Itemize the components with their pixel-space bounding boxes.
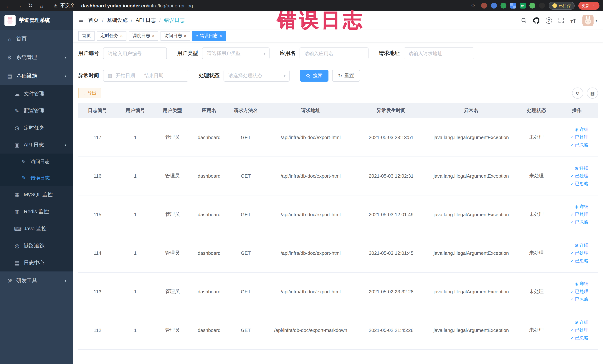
detail-link[interactable]: ◉详细 bbox=[575, 281, 588, 287]
github-icon[interactable] bbox=[533, 17, 539, 23]
check-icon: ✓ bbox=[570, 143, 574, 147]
sidebar-item-mysql-monitor[interactable]: ▦ MySQL 监控 bbox=[0, 186, 73, 203]
ignored-link[interactable]: ✓已忽略 bbox=[570, 335, 588, 341]
sidebar-item-label: 首页 bbox=[16, 35, 27, 42]
reset-button[interactable]: ↻ 重置 bbox=[332, 70, 360, 82]
processed-link[interactable]: ✓已处理 bbox=[570, 288, 588, 295]
close-icon[interactable]: × bbox=[184, 34, 186, 38]
close-icon[interactable]: × bbox=[220, 34, 222, 38]
cell-request-method: GET bbox=[227, 311, 264, 349]
omnibox[interactable]: ⚠ 不安全 | dashboard.yudao.iocoder.cn/infra… bbox=[53, 2, 193, 9]
processed-link[interactable]: ✓已处理 bbox=[570, 211, 588, 218]
page-content: 用户编号 用户类型 请选择用户类型 ▾ 应用名 bbox=[73, 42, 603, 364]
sidebar-item-redis-monitor[interactable]: ▥ Redis 监控 bbox=[0, 203, 73, 220]
app-name-input[interactable] bbox=[300, 47, 369, 59]
sidebar-item-system[interactable]: ⚙ 系统管理 ▾ bbox=[0, 48, 73, 67]
cell-app-name: dashboard bbox=[191, 311, 227, 349]
chevron-down-icon: ▾ bbox=[65, 279, 66, 282]
col-exception-name: 异常名 bbox=[425, 103, 517, 118]
navbar-actions: ? TT bbox=[521, 15, 597, 26]
breadcrumb-item[interactable]: API 日志 bbox=[136, 17, 156, 24]
hamburger-icon[interactable]: ≡ bbox=[79, 16, 83, 24]
extension-on-icon[interactable]: on bbox=[520, 3, 526, 9]
tab-error-log[interactable]: ● 错误日志 × bbox=[192, 31, 226, 41]
sidebar-logo[interactable]: 芋道管理系统 bbox=[0, 11, 73, 30]
processed-link[interactable]: ✓已处理 bbox=[570, 327, 588, 333]
detail-link[interactable]: ◉详细 bbox=[575, 165, 588, 171]
ignored-link[interactable]: ✓已忽略 bbox=[570, 142, 588, 148]
detail-link[interactable]: ◉详细 bbox=[575, 319, 588, 325]
processed-link[interactable]: ✓已处理 bbox=[570, 173, 588, 179]
ignored-link[interactable]: ✓已忽略 bbox=[570, 180, 588, 187]
table-row: 115 1 管理员 dashboard GET /api/infra/db-do… bbox=[78, 195, 598, 234]
sidebar-item-infra[interactable]: ▤ 基础设施 ▴ bbox=[0, 67, 73, 85]
sidebar-item-api-log[interactable]: ▣ API 日志 ▴ bbox=[0, 137, 73, 153]
date-range-picker[interactable]: ▦ 开始日期 - 结束日期 bbox=[103, 70, 188, 82]
ignored-link[interactable]: ✓已忽略 bbox=[570, 258, 588, 264]
reload-icon[interactable]: ↻ bbox=[26, 1, 35, 10]
detail-link[interactable]: ◉详细 bbox=[575, 203, 588, 210]
ignored-label: 已忽略 bbox=[575, 296, 588, 303]
sidebar-item-access-log[interactable]: ✎ 访问日志 bbox=[0, 153, 73, 170]
extension-grid-icon[interactable] bbox=[510, 3, 516, 9]
sidebar-item-trace[interactable]: ◎ 链路追踪 bbox=[0, 237, 73, 254]
extension-icon-6[interactable] bbox=[529, 3, 535, 9]
refresh-icon[interactable]: ↻ bbox=[572, 88, 583, 99]
sidebar-item-label: 系统管理 bbox=[16, 54, 37, 61]
processed-link[interactable]: ✓已处理 bbox=[570, 134, 588, 140]
col-user-type: 用户类型 bbox=[154, 103, 191, 118]
detail-link[interactable]: ◉详细 bbox=[575, 126, 588, 133]
breadcrumb-item[interactable]: 基础设施 bbox=[107, 17, 128, 24]
export-button[interactable]: ↓ 导出 bbox=[78, 88, 101, 98]
sidebar-item-error-log[interactable]: ✎ 错误日志 bbox=[0, 170, 73, 186]
paused-badge[interactable]: 已暂停 bbox=[549, 2, 575, 10]
browser-menu-icon[interactable]: ⋮ bbox=[592, 3, 596, 8]
processed-label: 已处理 bbox=[575, 173, 588, 179]
breadcrumb-item[interactable]: 首页 bbox=[88, 17, 99, 24]
tools-icon: ⚒ bbox=[7, 278, 13, 284]
processed-link[interactable]: ✓已处理 bbox=[570, 250, 588, 256]
sidebar-item-home[interactable]: ⌂ 首页 bbox=[0, 30, 73, 48]
detail-link[interactable]: ◉详细 bbox=[575, 242, 588, 248]
extension-icon-1[interactable] bbox=[481, 3, 487, 9]
forward-icon[interactable]: → bbox=[15, 1, 24, 10]
cell-process-status: 未处理 bbox=[517, 195, 556, 234]
search-button[interactable]: 搜索 bbox=[300, 70, 328, 82]
browser-home-icon[interactable]: ⌂ bbox=[37, 1, 46, 10]
close-icon[interactable]: × bbox=[152, 34, 155, 38]
chevron-down-icon: ▾ bbox=[264, 51, 266, 55]
extension-icon-3[interactable] bbox=[500, 3, 506, 9]
help-icon[interactable]: ? bbox=[545, 17, 552, 23]
extension-icon-2[interactable] bbox=[491, 3, 497, 9]
process-status-select[interactable]: 请选择处理状态 ▾ bbox=[223, 70, 290, 82]
sidebar-item-config-manage[interactable]: ✎ 配置管理 bbox=[0, 102, 73, 119]
tab-schedule-log[interactable]: 调度日志 × bbox=[129, 31, 158, 41]
sidebar-item-log-center[interactable]: ▤ 日志中心 bbox=[0, 254, 73, 271]
fullscreen-icon[interactable] bbox=[558, 17, 564, 23]
ignored-link[interactable]: ✓已忽略 bbox=[570, 219, 588, 225]
update-button[interactable]: 更新 ⋮ bbox=[578, 2, 600, 10]
tab-scheduled-jobs[interactable]: 定时任务 × bbox=[97, 31, 127, 41]
sidebar-item-file-manage[interactable]: ☁ 文件管理 bbox=[0, 85, 73, 102]
font-size-icon[interactable]: TT bbox=[570, 17, 576, 23]
extension-icon-7[interactable] bbox=[539, 3, 545, 9]
ignored-link[interactable]: ✓已忽略 bbox=[570, 296, 588, 303]
bookmark-star-icon[interactable]: ☆ bbox=[469, 1, 477, 10]
cell-actions: ◉详细 ✓已处理 ✓已忽略 bbox=[556, 195, 598, 234]
search-icon[interactable] bbox=[521, 17, 527, 23]
back-icon[interactable]: ← bbox=[4, 1, 13, 10]
cell-app-name: dashboard bbox=[191, 156, 227, 195]
sidebar-item-dev-tools[interactable]: ⚒ 研发工具 ▾ bbox=[0, 271, 73, 290]
sidebar-item-java-monitor[interactable]: ⌨ Java 监控 bbox=[0, 220, 73, 237]
request-url-input[interactable] bbox=[404, 47, 474, 59]
filter-buttons: 搜索 ↻ 重置 bbox=[300, 70, 360, 82]
user-menu[interactable]: ▾ bbox=[582, 15, 597, 26]
sidebar-item-scheduled-jobs[interactable]: ◷ 定时任务 bbox=[0, 119, 73, 137]
cell-user-id: 1 bbox=[117, 118, 154, 156]
user-id-input[interactable] bbox=[103, 47, 167, 59]
user-type-select[interactable]: 请选择用户类型 ▾ bbox=[202, 47, 269, 59]
tab-access-log[interactable]: 访问日志 × bbox=[161, 31, 190, 41]
column-settings-icon[interactable]: ▦ bbox=[587, 88, 598, 99]
close-icon[interactable]: × bbox=[120, 34, 123, 38]
tab-home[interactable]: 首页 bbox=[78, 31, 94, 41]
